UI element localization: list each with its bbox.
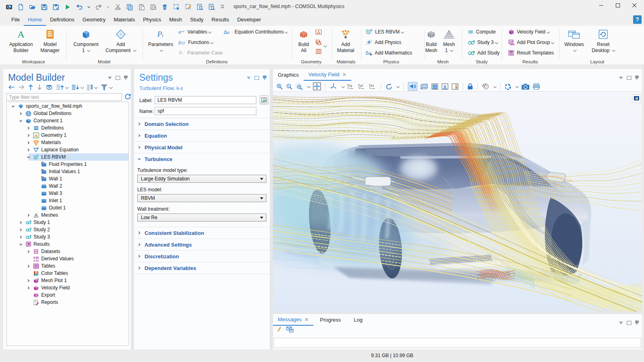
svg-text:Pi: Pi (157, 30, 164, 38)
svg-text:D: D (42, 169, 44, 172)
svg-text:Δu: Δu (365, 50, 371, 56)
svg-text:e-12: e-12 (34, 259, 39, 262)
svg-text:a=: a= (178, 29, 185, 35)
svg-text:f(x): f(x) (178, 40, 185, 45)
svg-text:Δu: Δu (224, 29, 230, 35)
svg-text:Pi: Pi (178, 50, 183, 56)
svg-text:A: A (17, 29, 25, 40)
svg-text:yz: yz (360, 84, 363, 88)
svg-text:D: D (42, 176, 44, 179)
svg-text:xz: xz (371, 84, 374, 88)
svg-text:xy: xy (349, 84, 352, 88)
svg-text:A: A (35, 133, 38, 138)
svg-text:8.85: 8.85 (34, 256, 39, 259)
svg-text:D: D (42, 162, 44, 164)
